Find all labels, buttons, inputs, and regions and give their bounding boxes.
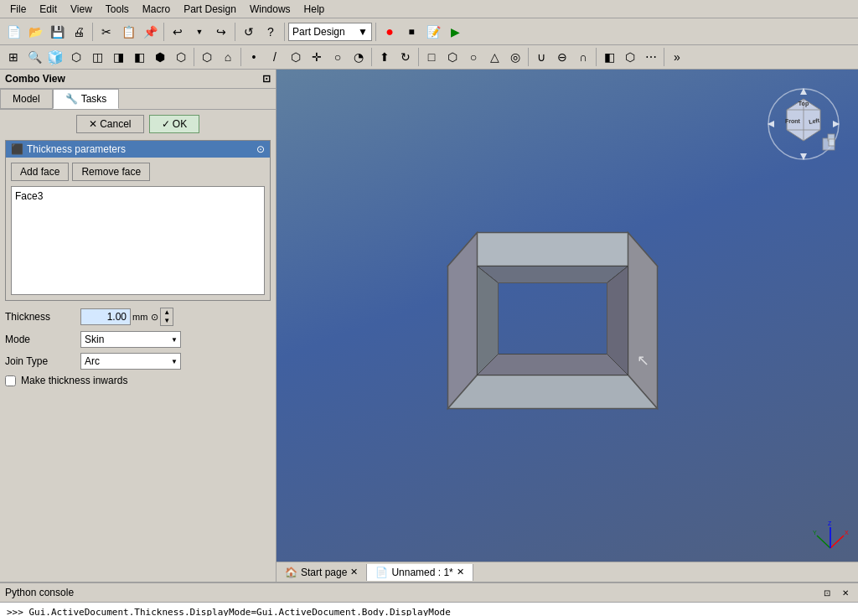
paste-button[interactable]: 📌 (140, 22, 160, 42)
view-3d-button[interactable]: 🧊 (45, 47, 65, 67)
help-button[interactable]: ? (261, 22, 281, 42)
boolean-union-button[interactable]: ∪ (531, 47, 551, 67)
navigation-cube[interactable]: Top Front Left (766, 86, 841, 162)
view-fit-button[interactable]: ⊞ (3, 47, 23, 67)
join-type-select[interactable]: Arc Tangent Intersection (80, 353, 181, 370)
menu-view[interactable]: View (64, 2, 99, 17)
sketch-line-button[interactable]: / (265, 47, 285, 67)
macro-button[interactable]: 📝 (423, 22, 443, 42)
remove-face-button[interactable]: Remove face (72, 163, 150, 181)
view-right-button[interactable]: ◨ (108, 47, 128, 67)
view-left-button[interactable]: ◧ (129, 47, 149, 67)
svg-text:Y: Y (813, 530, 817, 536)
refresh-button[interactable]: ↺ (239, 22, 259, 42)
view-points-button[interactable]: ⋯ (641, 47, 661, 67)
view-home-button[interactable]: ⌂ (218, 47, 238, 67)
part-box-button[interactable]: □ (421, 47, 442, 67)
console-close-button[interactable]: ✕ (838, 585, 853, 600)
redo-button[interactable]: ↪ (211, 22, 231, 42)
panel-content: ✕ Cancel ✓ OK ⬛ Thickness parameters ⊙ A… (0, 110, 276, 582)
menubar: File Edit View Tools Macro Part Design W… (0, 0, 858, 18)
svg-text:X: X (845, 530, 849, 536)
tab-start-page[interactable]: 🏠 Start page ✕ (277, 564, 367, 581)
view-special-button[interactable]: ⬡ (197, 47, 217, 67)
view-zoom-button[interactable]: 🔍 (24, 47, 44, 67)
workbench-dropdown[interactable]: Part Design ▼ (288, 23, 372, 41)
boolean-cut-button[interactable]: ⊖ (552, 47, 572, 67)
thickness-input[interactable] (80, 308, 131, 325)
tab-tasks[interactable]: 🔧 Tasks (53, 89, 120, 109)
save-button[interactable]: 💾 (47, 22, 67, 42)
menu-windows[interactable]: Windows (243, 2, 297, 17)
menu-macro[interactable]: Macro (136, 2, 177, 17)
make-inwards-label: Make thickness inwards (21, 375, 127, 386)
record-button[interactable]: ● (380, 22, 400, 42)
svg-rect-14 (829, 139, 835, 146)
tab-unnamed[interactable]: 📄 Unnamed : 1* ✕ (367, 564, 473, 581)
sketch-cross-button[interactable]: ✛ (307, 47, 327, 67)
open-button[interactable]: 📂 (25, 22, 45, 42)
thickness-link-icon[interactable]: ⊙ (151, 312, 158, 323)
sketch-arc-button[interactable]: ◔ (349, 47, 369, 67)
viewport-tabs: 🏠 Start page ✕ 📄 Unnamed : 1* ✕ (277, 562, 858, 582)
console-body[interactable]: >>> Gui.ActiveDocument.Thickness.Display… (0, 603, 858, 616)
add-face-button[interactable]: Add face (11, 163, 69, 181)
view-bottom-button[interactable]: ⬢ (150, 47, 170, 67)
make-inwards-checkbox[interactable] (5, 375, 16, 386)
view-wire-button[interactable]: ⬡ (620, 47, 640, 67)
sketch-circle-button[interactable]: ○ (328, 47, 348, 67)
unnamed-close[interactable]: ✕ (457, 567, 464, 577)
combo-view-header: Combo View ⊡ (0, 70, 276, 89)
part-cylinder-button[interactable]: ⬡ (442, 47, 463, 67)
part-sphere-button[interactable]: ○ (463, 47, 483, 67)
view-top-button[interactable]: ⬡ (66, 47, 86, 67)
sketch-point-button[interactable]: • (244, 47, 264, 67)
mode-select[interactable]: Skin Pipe Recto Verso (80, 331, 181, 348)
cancel-button[interactable]: ✕ Cancel (76, 115, 144, 133)
left-panel: Combo View ⊡ Model 🔧 Tasks ✕ Cancel ✓ OK… (0, 70, 277, 582)
separator-4 (284, 23, 285, 41)
thickness-params-header: ⬛ Thickness parameters ⊙ (6, 141, 270, 158)
menu-tools[interactable]: Tools (99, 2, 136, 17)
undo-button[interactable]: ↩ (168, 22, 188, 42)
collapse-icon[interactable]: ⊙ (256, 143, 265, 155)
stop-button[interactable]: ■ (401, 22, 421, 42)
menu-help[interactable]: Help (297, 2, 332, 17)
thickness-label: Thickness (5, 311, 80, 323)
ok-button[interactable]: ✓ OK (149, 115, 200, 133)
copy-button[interactable]: 📋 (118, 22, 138, 42)
sketch-polygon-button[interactable]: ⬡ (286, 47, 306, 67)
tab-model[interactable]: Model (0, 89, 53, 109)
boolean-intersect-button[interactable]: ∩ (573, 47, 593, 67)
menu-part-design[interactable]: Part Design (177, 2, 243, 17)
menu-edit[interactable]: Edit (33, 2, 64, 17)
arrow-button[interactable]: » (667, 47, 687, 67)
sketch-revolve-button[interactable]: ↻ (395, 47, 416, 67)
combo-close-icon[interactable]: ⊡ (262, 73, 271, 85)
part-cone-button[interactable]: △ (484, 47, 504, 67)
face-list-item-0[interactable]: Face3 (15, 190, 261, 202)
undo-dropdown-button[interactable]: ▼ (189, 22, 209, 42)
separator-2 (163, 23, 164, 41)
viewport[interactable]: Top Front Left (277, 70, 858, 582)
thickness-row: Thickness mm ⊙ ▲ ▼ (5, 308, 271, 326)
start-page-close[interactable]: ✕ (350, 567, 358, 577)
view-mode-button[interactable]: ◧ (599, 47, 619, 67)
sep-t2-4 (418, 48, 419, 66)
print-button[interactable]: 🖨 (69, 22, 89, 42)
svg-line-26 (830, 536, 844, 548)
view-front-button[interactable]: ◫ (87, 47, 107, 67)
cut-button[interactable]: ✂ (96, 22, 116, 42)
console-float-button[interactable]: ⊡ (819, 585, 835, 600)
menu-file[interactable]: File (3, 2, 33, 17)
thickness-params-icon: ⬛ (11, 143, 23, 155)
new-file-button[interactable]: 📄 (3, 22, 23, 42)
view-rear-button[interactable]: ⬡ (171, 47, 191, 67)
thickness-up[interactable]: ▲ (161, 308, 173, 317)
execute-button[interactable]: ▶ (445, 22, 465, 42)
sketch-extrude-button[interactable]: ⬆ (375, 47, 395, 67)
part-torus-button[interactable]: ◎ (505, 47, 525, 67)
sep-t2-6 (596, 48, 597, 66)
thickness-down[interactable]: ▼ (161, 317, 173, 325)
box-svg (406, 207, 700, 442)
